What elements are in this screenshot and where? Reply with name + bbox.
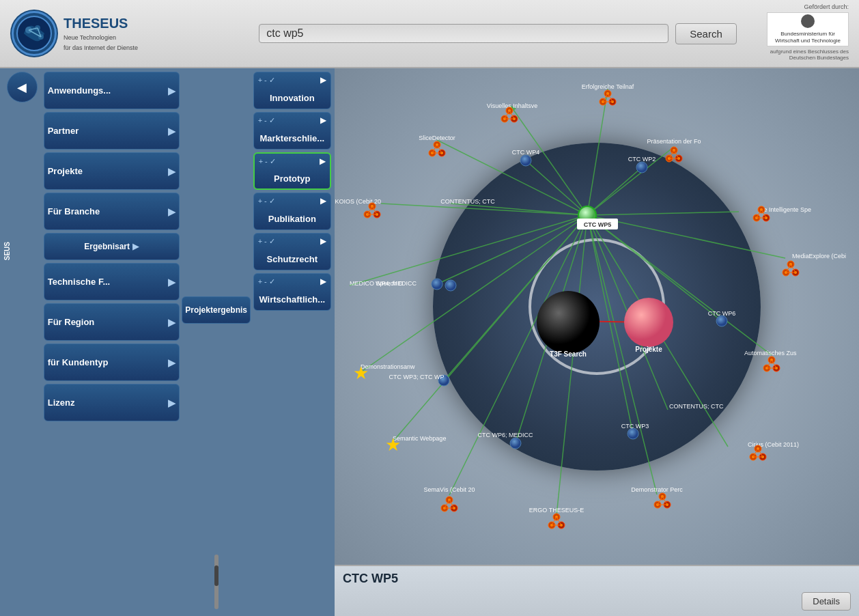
- filter-markterschlie[interactable]: + - ✓ ▶ Markterschlie...: [253, 112, 331, 150]
- nav-arrow: ▶: [168, 397, 175, 408]
- sidebar-item-region[interactable]: Für Region ▶: [44, 303, 180, 341]
- svg-point-82: [604, 90, 611, 97]
- main-content: ◀ SEUS Anwendungs... ▶ Partner ▶ Projekt…: [0, 68, 859, 616]
- scroll-indicator[interactable]: [214, 555, 219, 609]
- svg-point-175: [371, 205, 374, 208]
- svg-point-46: [438, 375, 449, 386]
- graph-area: T3F Search Projekte CTC WP5 CTC WP4 CTC …: [335, 68, 859, 616]
- svg-line-106: [669, 150, 674, 158]
- svg-point-96: [440, 152, 443, 154]
- svg-text:★: ★: [353, 363, 369, 383]
- sidebar-item-partner[interactable]: Partner ▶: [44, 112, 180, 150]
- nav-arrow: ▶: [168, 277, 175, 288]
- sidebar-item-technische[interactable]: Technische F... ▶: [44, 263, 180, 300]
- filter-innovation[interactable]: + - ✓ ▶ Innovation: [253, 72, 331, 109]
- search-button[interactable]: Search: [675, 23, 737, 44]
- svg-point-137: [750, 453, 757, 460]
- svg-line-133: [767, 360, 772, 368]
- nav-arrow: ▶: [168, 357, 175, 368]
- nav-label: Projekte: [48, 166, 83, 176]
- sidebar-item-ergebnisart[interactable]: Ergebnisart ▶: [44, 233, 180, 260]
- svg-point-130: [770, 359, 773, 361]
- back-button[interactable]: ◀: [7, 72, 38, 102]
- svg-point-114: [765, 216, 768, 219]
- svg-text:CTC WP3; CTC WP: CTC WP3; CTC WP: [389, 374, 445, 380]
- svg-point-120: [792, 269, 799, 276]
- svg-point-105: [677, 157, 680, 160]
- svg-point-176: [366, 213, 369, 216]
- sponsor-sub: aufgrund eines Beschlusses des Deutschen…: [767, 48, 849, 61]
- svg-point-122: [785, 271, 787, 274]
- header: THESEUS Neue Technologien für das Intern…: [0, 0, 859, 68]
- svg-point-103: [673, 149, 675, 152]
- svg-point-109: [758, 206, 765, 213]
- search-bar: Search: [147, 23, 849, 44]
- svg-point-173: [364, 211, 371, 218]
- svg-point-75: [511, 115, 518, 122]
- svg-text:Cirius (Cebit 2011): Cirius (Cebit 2011): [748, 441, 799, 448]
- search-input[interactable]: [266, 27, 661, 40]
- svg-point-156: [558, 522, 565, 529]
- svg-line-79: [505, 111, 509, 119]
- svg-point-95: [431, 152, 434, 154]
- sponsor-logo: Bundesministerium für Wirtschaft und Tec…: [767, 12, 849, 46]
- sidebar-item-kundentyp[interactable]: für Kundentyp ▶: [44, 344, 180, 381]
- svg-point-167: [656, 503, 659, 506]
- svg-point-168: [666, 503, 668, 506]
- svg-point-77: [503, 117, 506, 120]
- nav-label: Für Branche: [48, 206, 100, 216]
- details-button[interactable]: Details: [802, 592, 851, 611]
- logo-area: THESEUS Neue Technologien für das Intern…: [10, 10, 147, 57]
- info-panel: CTC WP5 Details: [335, 565, 859, 616]
- svg-line-160: [552, 517, 557, 525]
- filter-wirtschaftlich[interactable]: + - ✓ ▶ Wirtschaftlich...: [253, 273, 331, 311]
- svg-point-121: [789, 263, 792, 266]
- svg-line-124: [786, 264, 791, 272]
- svg-point-93: [438, 150, 445, 156]
- svg-point-148: [448, 499, 451, 501]
- sidebar-item-lizenz[interactable]: Lizenz ▶: [44, 384, 180, 421]
- projektergebnis-label[interactable]: Projektergebnis: [182, 296, 251, 324]
- filter-publikation[interactable]: + - ✓ ▶ Publikation: [253, 193, 331, 230]
- sidebar-item-anwendung[interactable]: Anwendungs... ▶: [44, 72, 180, 109]
- svg-point-164: [654, 501, 661, 508]
- svg-line-107: [674, 150, 679, 158]
- sidebar-item-branche[interactable]: Für Branche ▶: [44, 193, 180, 230]
- graph-canvas[interactable]: T3F Search Projekte CTC WP5 CTC WP4 CTC …: [335, 68, 859, 565]
- svg-point-138: [759, 453, 766, 460]
- svg-line-169: [658, 496, 662, 505]
- sidebar-col-back: ◀ SEUS: [3, 72, 41, 613]
- svg-point-86: [602, 100, 604, 103]
- svg-text:SemaVis (Cebit 20: SemaVis (Cebit 20: [424, 486, 475, 493]
- svg-point-166: [661, 495, 664, 498]
- svg-point-0: [17, 16, 51, 51]
- svg-text:KOIOS (Cebit 20: KOIOS (Cebit 20: [335, 198, 381, 205]
- svg-point-76: [508, 109, 511, 112]
- filter-schutzrecht[interactable]: + - ✓ ▶ Schutzrecht: [253, 233, 331, 270]
- svg-point-73: [506, 107, 513, 114]
- sidebar-col-filters: + - ✓ ▶ Innovation + - ✓ ▶ Markterschlie…: [253, 72, 331, 613]
- svg-line-142: [753, 449, 758, 457]
- ergebnis-row: Ergebnisart ▶: [44, 233, 180, 260]
- sidebar-item-projekte[interactable]: Projekte ▶: [44, 152, 180, 190]
- svg-text:SliceDetector: SliceDetector: [419, 135, 455, 141]
- filter-prototyp[interactable]: + - ✓ ▶ Prototyp: [253, 152, 331, 190]
- svg-point-112: [760, 208, 763, 211]
- svg-line-5: [38, 28, 41, 37]
- info-title: CTC WP5: [343, 572, 398, 586]
- svg-line-125: [791, 264, 795, 272]
- svg-point-141: [761, 456, 764, 458]
- svg-point-83: [600, 98, 606, 105]
- svg-point-129: [773, 365, 780, 372]
- sidebar: ◀ SEUS Anwendungs... ▶ Partner ▶ Projekt…: [0, 68, 335, 616]
- svg-point-131: [765, 367, 768, 369]
- nav-label: Lizenz: [48, 397, 75, 408]
- svg-line-143: [758, 449, 763, 457]
- svg-line-97: [432, 145, 437, 153]
- scroll-thumb[interactable]: [214, 565, 219, 586]
- sponsor-name: Bundesministerium für Wirtschaft und Tec…: [770, 31, 846, 44]
- svg-point-92: [429, 150, 436, 156]
- svg-line-134: [772, 360, 776, 368]
- svg-line-6: [29, 30, 41, 37]
- svg-text:Erfolgreiche Teilnaf: Erfolgreiche Teilnaf: [582, 83, 634, 90]
